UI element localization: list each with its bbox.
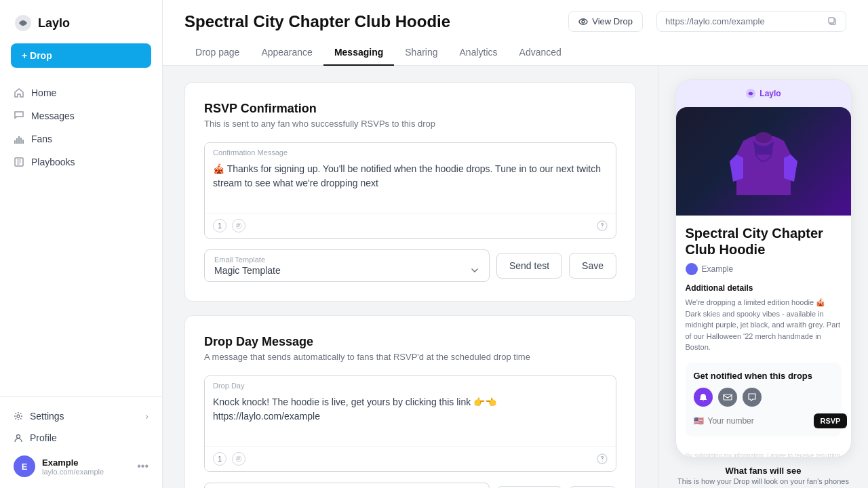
drop-day-message-footer: 1 [205, 446, 616, 471]
drop-author: Example [686, 263, 842, 275]
rsvp-help-icon[interactable] [597, 220, 608, 231]
phone-disclaimer: By submitting my information, I agree to… [676, 447, 851, 458]
sidebar-fans-label: Fans [31, 134, 52, 144]
sidebar-item-home[interactable]: Home [0, 81, 162, 104]
sidebar-item-fans[interactable]: Fans [0, 127, 162, 150]
rsvp-template-value: Magic Template [214, 265, 470, 276]
fans-will-see-subtitle: This is how your Drop will look on your … [677, 477, 849, 485]
drop-day-char-count: 1 [213, 452, 226, 466]
phone-logo-text: Laylo [760, 89, 781, 98]
playbooks-icon [14, 157, 24, 167]
drop-day-message-label: Drop Day [205, 376, 616, 392]
rsvp-message-textarea[interactable] [205, 159, 616, 210]
settings-icon [14, 411, 23, 421]
phone-header: Laylo [676, 80, 851, 107]
svg-rect-4 [20, 138, 22, 144]
tab-appearance[interactable]: Appearance [250, 40, 323, 66]
phone-input-row: 🇺🇸 RSVP [694, 413, 833, 428]
header-top: Spectral City Chapter Club Hoodie View D… [184, 0, 846, 40]
url-text: https://laylo.com/example [665, 16, 823, 26]
sidebar-logo-text: Laylo [38, 16, 70, 30]
svg-point-15 [601, 227, 602, 228]
user-name: Example [42, 458, 130, 468]
phone-body: Spectral City Chapter Club Hoodie Exampl… [676, 107, 851, 458]
rsvp-select-chevron-icon [470, 266, 479, 275]
sidebar-nav: Home Messages Fans Playbooks [0, 79, 162, 396]
view-drop-button[interactable]: View Drop [568, 11, 643, 32]
rsvp-confirmation-card: RSVP Confirmation This is sent to any fa… [184, 82, 636, 302]
view-drop-label: View Drop [592, 16, 633, 26]
profile-item[interactable]: Profile [11, 427, 151, 449]
rsvp-template-row: Email Template Magic Template Send test … [204, 249, 616, 282]
eye-icon [578, 17, 588, 26]
new-drop-button[interactable]: + Drop [11, 43, 151, 68]
user-menu-icon[interactable]: ••• [137, 460, 149, 472]
svg-point-18 [601, 460, 602, 461]
rsvp-template-select[interactable]: Email Template Magic Template [204, 249, 490, 282]
rsvp-message-label: Confirmation Message [205, 143, 616, 159]
drop-day-card: Drop Day Message A message that sends au… [184, 315, 636, 488]
notify-email-icon [718, 388, 737, 407]
svg-point-10 [582, 20, 585, 23]
drop-desc: We're dropping a limited edition hoodie … [686, 297, 842, 353]
rsvp-save-button[interactable]: Save [569, 253, 616, 279]
page-title: Spectral City Chapter Club Hoodie [184, 12, 555, 31]
svg-point-20 [755, 132, 772, 143]
fans-will-see-title: What fans will see [677, 466, 849, 476]
author-avatar [686, 263, 698, 275]
header: Spectral City Chapter Club Hoodie View D… [163, 0, 868, 66]
profile-icon [14, 433, 23, 443]
copy-icon[interactable] [828, 17, 837, 26]
author-name: Example [702, 264, 734, 274]
phone-number-input[interactable] [708, 416, 810, 426]
drop-day-message-meta: 1 [213, 452, 245, 466]
hoodie-svg [730, 121, 797, 202]
svg-point-7 [17, 415, 20, 418]
drop-day-title: Drop Day Message [204, 335, 616, 349]
tab-analytics[interactable]: Analytics [449, 40, 509, 66]
notify-title: Get notified when this drops [694, 371, 833, 381]
phone-logo: Laylo [745, 88, 781, 99]
url-bar: https://laylo.com/example [656, 11, 846, 32]
tab-drop-page[interactable]: Drop page [184, 40, 250, 66]
drop-day-template-row: Email Template Magic Template Send test … [204, 483, 616, 488]
user-url: laylo.com/example [42, 468, 130, 476]
sidebar-messages-label: Messages [31, 110, 75, 121]
drop-day-message-textarea[interactable] [205, 392, 616, 443]
notify-push-icon [694, 388, 713, 407]
tab-messaging[interactable]: Messaging [323, 40, 394, 66]
rsvp-subtitle: This is sent to any fan who successfully… [204, 119, 616, 129]
rsvp-message-footer: 1 [205, 213, 616, 238]
rsvp-sms-icon [232, 219, 245, 232]
sidebar: Laylo + Drop Home Messages Fans [0, 0, 163, 488]
drop-day-template-select[interactable]: Email Template Magic Template [204, 483, 490, 488]
profile-label: Profile [30, 432, 57, 443]
settings-label: Settings [30, 411, 64, 422]
svg-rect-21 [724, 394, 732, 400]
tab-advanced[interactable]: Advanced [509, 40, 572, 66]
sidebar-item-messages[interactable]: Messages [0, 104, 162, 127]
settings-item[interactable]: Settings › [11, 405, 151, 427]
drop-day-help-icon[interactable] [597, 453, 608, 464]
user-info: Example laylo.com/example [42, 458, 130, 476]
messages-icon [14, 110, 24, 121]
sidebar-home-label: Home [31, 87, 56, 98]
avatar: E [14, 455, 35, 477]
rsvp-template-label: Email Template [214, 256, 479, 264]
notify-section: Get notified when this drops [686, 363, 842, 436]
fans-icon [14, 134, 24, 144]
main-content: RSVP Confirmation This is sent to any fa… [163, 66, 658, 488]
sidebar-item-playbooks[interactable]: Playbooks [0, 150, 162, 174]
svg-rect-1 [14, 140, 16, 144]
tab-bar: Drop page Appearance Messaging Sharing A… [184, 40, 846, 65]
tab-sharing[interactable]: Sharing [394, 40, 448, 66]
drop-day-sms-icon [232, 452, 245, 466]
notify-icons [694, 388, 833, 407]
sidebar-playbooks-label: Playbooks [31, 157, 75, 167]
sidebar-bottom: Settings › Profile E Example laylo.com/e… [0, 396, 162, 488]
user-profile[interactable]: E Example laylo.com/example ••• [11, 449, 151, 480]
content-area: RSVP Confirmation This is sent to any fa… [163, 66, 868, 488]
rsvp-send-test-button[interactable]: Send test [496, 253, 562, 279]
rsvp-button[interactable]: RSVP [814, 413, 848, 428]
home-icon [14, 87, 24, 98]
